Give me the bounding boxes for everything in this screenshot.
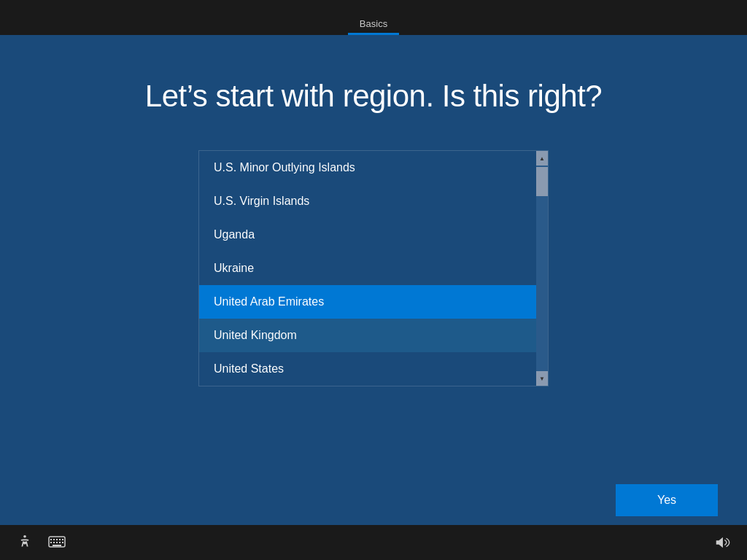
scrollbar-track[interactable]: ▲ ▼ [536, 151, 548, 386]
list-item-us-virgin[interactable]: U.S. Virgin Islands [199, 184, 536, 218]
svg-rect-11 [62, 542, 63, 543]
basics-tab[interactable]: Basics [348, 18, 399, 35]
region-list[interactable]: U.S. Minor Outlying IslandsU.S. Virgin I… [199, 151, 536, 386]
svg-rect-9 [56, 542, 58, 543]
svg-rect-4 [56, 539, 58, 540]
bottom-left-icons [15, 532, 67, 553]
list-item-uae[interactable]: United Arab Emirates [199, 285, 536, 319]
scrollbar-thumb[interactable] [536, 167, 548, 196]
bottom-bar [0, 525, 747, 560]
basics-tab-label: Basics [360, 18, 387, 29]
scroll-up-arrow[interactable]: ▲ [536, 151, 548, 166]
svg-rect-3 [53, 539, 55, 540]
svg-marker-13 [716, 537, 723, 548]
list-item-uk[interactable]: United Kingdom [199, 319, 536, 352]
keyboard-icon[interactable] [47, 532, 67, 553]
svg-rect-7 [50, 542, 52, 543]
main-content: Let’s start with region. Is this right? … [0, 35, 747, 386]
scroll-down-arrow[interactable]: ▼ [536, 371, 548, 386]
bottom-right-icons [712, 532, 732, 553]
region-list-wrapper: U.S. Minor Outlying IslandsU.S. Virgin I… [198, 150, 549, 386]
volume-icon[interactable] [712, 532, 732, 553]
tab-underline [348, 33, 399, 35]
svg-rect-2 [50, 539, 52, 540]
list-item-uganda[interactable]: Uganda [199, 218, 536, 252]
svg-point-0 [23, 535, 26, 538]
page-title: Let’s start with region. Is this right? [145, 79, 602, 114]
svg-rect-5 [59, 539, 61, 540]
scrollbar-thumb-area [536, 166, 548, 371]
svg-rect-8 [53, 542, 55, 543]
svg-rect-12 [53, 545, 61, 546]
accessibility-icon[interactable] [15, 532, 35, 553]
svg-rect-10 [59, 542, 61, 543]
list-item-ukraine[interactable]: Ukraine [199, 252, 536, 285]
list-item-us-minor[interactable]: U.S. Minor Outlying Islands [199, 151, 536, 184]
list-item-us[interactable]: United States [199, 352, 536, 386]
top-bar: Basics [0, 0, 747, 35]
svg-rect-6 [62, 539, 63, 540]
yes-button[interactable]: Yes [616, 484, 718, 516]
